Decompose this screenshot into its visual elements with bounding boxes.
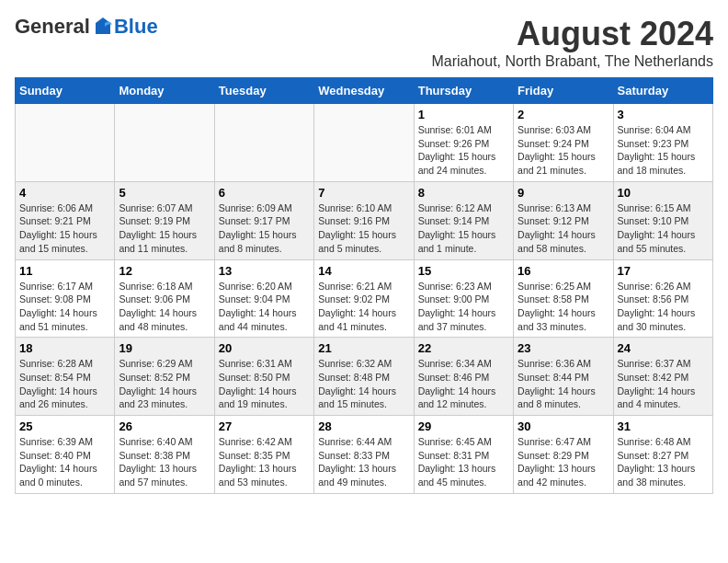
day-number: 9 — [518, 186, 609, 200]
calendar-header-monday: Monday — [115, 78, 214, 104]
day-info: Sunrise: 6:25 AMSunset: 8:58 PMDaylight:… — [518, 280, 609, 334]
day-number: 8 — [418, 186, 509, 200]
day-info: Sunrise: 6:20 AMSunset: 9:04 PMDaylight:… — [219, 280, 310, 334]
day-number: 20 — [219, 341, 310, 355]
day-info: Sunrise: 6:29 AMSunset: 8:52 PMDaylight:… — [119, 357, 210, 411]
logo-icon — [92, 16, 114, 38]
day-info: Sunrise: 6:13 AMSunset: 9:12 PMDaylight:… — [518, 201, 609, 256]
day-number: 3 — [618, 108, 709, 121]
day-number: 5 — [119, 186, 210, 200]
calendar-day-cell: 23Sunrise: 6:36 AMSunset: 8:44 PMDayligh… — [514, 338, 613, 416]
page-header: General Blue August 2024 Mariahout, Nort… — [15, 15, 713, 70]
calendar-day-cell: 24Sunrise: 6:37 AMSunset: 8:42 PMDayligh… — [613, 338, 712, 416]
day-number: 27 — [219, 419, 310, 433]
calendar-day-cell: 27Sunrise: 6:42 AMSunset: 8:35 PMDayligh… — [214, 416, 313, 494]
day-number: 29 — [418, 419, 509, 433]
calendar-header-tuesday: Tuesday — [214, 78, 313, 104]
day-info: Sunrise: 6:18 AMSunset: 9:06 PMDaylight:… — [119, 280, 210, 334]
calendar-day-cell: 22Sunrise: 6:34 AMSunset: 8:46 PMDayligh… — [414, 338, 513, 416]
day-info: Sunrise: 6:48 AMSunset: 8:27 PMDaylight:… — [618, 435, 709, 489]
calendar-day-cell: 12Sunrise: 6:18 AMSunset: 9:06 PMDayligh… — [115, 259, 214, 338]
calendar-header-row: SundayMondayTuesdayWednesdayThursdayFrid… — [16, 78, 713, 104]
calendar-day-cell: 8Sunrise: 6:12 AMSunset: 9:14 PMDaylight… — [414, 181, 513, 259]
day-info: Sunrise: 6:03 AMSunset: 9:24 PMDaylight:… — [518, 123, 609, 178]
day-number: 6 — [219, 186, 310, 200]
logo-general-text: General — [15, 15, 90, 39]
day-number: 26 — [119, 419, 210, 433]
day-info: Sunrise: 6:39 AMSunset: 8:40 PMDaylight:… — [19, 435, 110, 489]
day-info: Sunrise: 6:44 AMSunset: 8:33 PMDaylight:… — [318, 435, 409, 489]
day-number: 24 — [618, 341, 709, 355]
day-info: Sunrise: 6:09 AMSunset: 9:17 PMDaylight:… — [219, 201, 310, 256]
title-area: August 2024 Mariahout, North Brabant, Th… — [431, 15, 713, 70]
day-info: Sunrise: 6:01 AMSunset: 9:26 PMDaylight:… — [418, 123, 509, 178]
calendar-day-cell: 10Sunrise: 6:15 AMSunset: 9:10 PMDayligh… — [613, 181, 712, 259]
calendar-header-sunday: Sunday — [16, 78, 115, 104]
day-number: 18 — [19, 341, 110, 355]
calendar-day-cell: 9Sunrise: 6:13 AMSunset: 9:12 PMDaylight… — [514, 181, 613, 259]
day-info: Sunrise: 6:40 AMSunset: 8:38 PMDaylight:… — [119, 435, 210, 489]
day-info: Sunrise: 6:32 AMSunset: 8:48 PMDaylight:… — [318, 357, 409, 411]
calendar-day-cell: 26Sunrise: 6:40 AMSunset: 8:38 PMDayligh… — [115, 416, 214, 494]
day-number: 28 — [318, 419, 409, 433]
location-subtitle: Mariahout, North Brabant, The Netherland… — [431, 53, 713, 70]
calendar-day-cell: 1Sunrise: 6:01 AMSunset: 9:26 PMDaylight… — [414, 104, 513, 182]
calendar-week-row: 11Sunrise: 6:17 AMSunset: 9:08 PMDayligh… — [16, 259, 713, 338]
day-number: 30 — [518, 419, 609, 433]
day-number: 14 — [318, 264, 409, 278]
logo: General Blue — [15, 15, 158, 39]
month-title: August 2024 — [431, 15, 713, 53]
day-info: Sunrise: 6:07 AMSunset: 9:19 PMDaylight:… — [119, 201, 210, 256]
calendar-header-wednesday: Wednesday — [314, 78, 414, 104]
day-number: 13 — [219, 264, 310, 278]
day-number: 25 — [19, 419, 110, 433]
calendar-day-cell — [214, 104, 313, 182]
calendar-day-cell: 13Sunrise: 6:20 AMSunset: 9:04 PMDayligh… — [214, 259, 313, 338]
day-info: Sunrise: 6:37 AMSunset: 8:42 PMDaylight:… — [618, 357, 709, 411]
day-number: 1 — [418, 108, 509, 121]
calendar-day-cell: 17Sunrise: 6:26 AMSunset: 8:56 PMDayligh… — [613, 259, 712, 338]
calendar-day-cell: 11Sunrise: 6:17 AMSunset: 9:08 PMDayligh… — [16, 259, 115, 338]
day-number: 15 — [418, 264, 509, 278]
day-number: 31 — [618, 419, 709, 433]
calendar-table: SundayMondayTuesdayWednesdayThursdayFrid… — [15, 77, 713, 494]
calendar-day-cell: 3Sunrise: 6:04 AMSunset: 9:23 PMDaylight… — [613, 104, 712, 182]
day-number: 23 — [518, 341, 609, 355]
calendar-week-row: 4Sunrise: 6:06 AMSunset: 9:21 PMDaylight… — [16, 181, 713, 259]
calendar-day-cell: 2Sunrise: 6:03 AMSunset: 9:24 PMDaylight… — [514, 104, 613, 182]
day-number: 2 — [518, 108, 609, 121]
day-info: Sunrise: 6:21 AMSunset: 9:02 PMDaylight:… — [318, 280, 409, 334]
day-info: Sunrise: 6:23 AMSunset: 9:00 PMDaylight:… — [418, 280, 509, 334]
day-info: Sunrise: 6:36 AMSunset: 8:44 PMDaylight:… — [518, 357, 609, 411]
calendar-day-cell: 30Sunrise: 6:47 AMSunset: 8:29 PMDayligh… — [514, 416, 613, 494]
calendar-day-cell: 15Sunrise: 6:23 AMSunset: 9:00 PMDayligh… — [414, 259, 513, 338]
day-info: Sunrise: 6:28 AMSunset: 8:54 PMDaylight:… — [19, 357, 110, 411]
day-info: Sunrise: 6:42 AMSunset: 8:35 PMDaylight:… — [219, 435, 310, 489]
day-number: 22 — [418, 341, 509, 355]
calendar-day-cell: 5Sunrise: 6:07 AMSunset: 9:19 PMDaylight… — [115, 181, 214, 259]
calendar-day-cell: 21Sunrise: 6:32 AMSunset: 8:48 PMDayligh… — [314, 338, 414, 416]
calendar-day-cell: 16Sunrise: 6:25 AMSunset: 8:58 PMDayligh… — [514, 259, 613, 338]
day-number: 10 — [618, 186, 709, 200]
day-info: Sunrise: 6:34 AMSunset: 8:46 PMDaylight:… — [418, 357, 509, 411]
day-info: Sunrise: 6:04 AMSunset: 9:23 PMDaylight:… — [618, 123, 709, 178]
calendar-header-friday: Friday — [514, 78, 613, 104]
day-info: Sunrise: 6:47 AMSunset: 8:29 PMDaylight:… — [518, 435, 609, 489]
calendar-day-cell — [115, 104, 214, 182]
calendar-header-thursday: Thursday — [414, 78, 513, 104]
calendar-day-cell: 31Sunrise: 6:48 AMSunset: 8:27 PMDayligh… — [613, 416, 712, 494]
calendar-day-cell — [314, 104, 414, 182]
calendar-week-row: 25Sunrise: 6:39 AMSunset: 8:40 PMDayligh… — [16, 416, 713, 494]
calendar-day-cell: 29Sunrise: 6:45 AMSunset: 8:31 PMDayligh… — [414, 416, 513, 494]
day-info: Sunrise: 6:31 AMSunset: 8:50 PMDaylight:… — [219, 357, 310, 411]
day-info: Sunrise: 6:10 AMSunset: 9:16 PMDaylight:… — [318, 201, 409, 256]
day-number: 11 — [19, 264, 110, 278]
day-info: Sunrise: 6:45 AMSunset: 8:31 PMDaylight:… — [418, 435, 509, 489]
calendar-day-cell: 20Sunrise: 6:31 AMSunset: 8:50 PMDayligh… — [214, 338, 313, 416]
calendar-day-cell: 6Sunrise: 6:09 AMSunset: 9:17 PMDaylight… — [214, 181, 313, 259]
day-number: 17 — [618, 264, 709, 278]
day-number: 16 — [518, 264, 609, 278]
day-number: 19 — [119, 341, 210, 355]
day-info: Sunrise: 6:06 AMSunset: 9:21 PMDaylight:… — [19, 201, 110, 256]
day-info: Sunrise: 6:17 AMSunset: 9:08 PMDaylight:… — [19, 280, 110, 334]
